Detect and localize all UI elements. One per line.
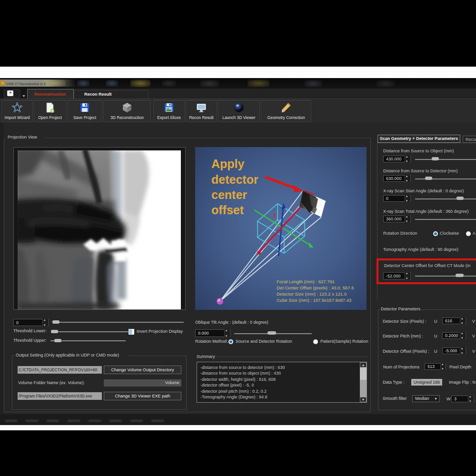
svg-text:offset: offset — [211, 203, 244, 217]
svg-text:Focal Length (mm) : 627.791: Focal Length (mm) : 627.791 — [277, 279, 335, 284]
svg-text:Detector Size (mm) : 123.2 x 1: Detector Size (mm) : 123.2 x 121.0 — [277, 291, 347, 297]
svg-text:Det Center Offset (pixels) : 4: Det Center Offset (pixels) : 43.0, 567.6 — [277, 285, 354, 290]
svg-text:Cube Size (mm) : 157.9x157.9x8: Cube Size (mm) : 157.9x157.9x87.43 — [277, 298, 351, 303]
svg-text:Apply: Apply — [211, 157, 245, 170]
svg-text:center: center — [211, 188, 247, 201]
svg-text:detector: detector — [211, 173, 258, 186]
